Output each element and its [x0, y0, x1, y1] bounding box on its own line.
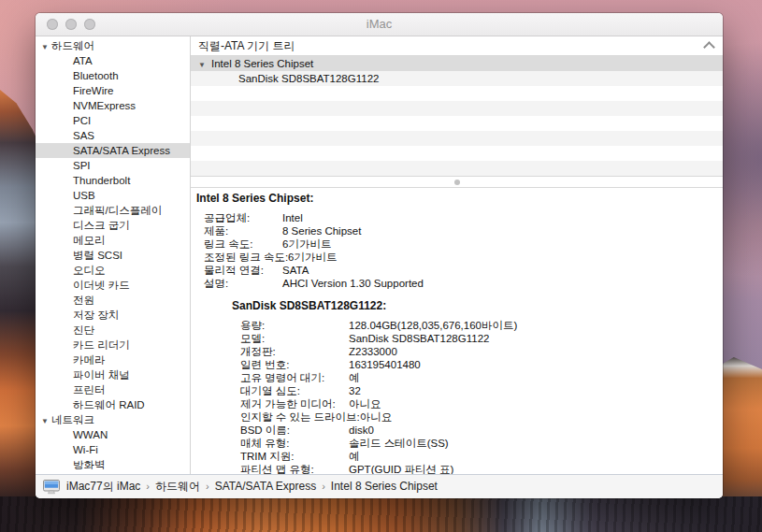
- details-value: Z2333000: [349, 345, 723, 358]
- details-label: 일련 번호:: [240, 358, 349, 371]
- details-value: 아니요: [349, 397, 723, 410]
- sidebar-item[interactable]: 병렬 SCSI: [36, 248, 190, 263]
- sidebar-group-label: 하드웨어: [51, 40, 94, 51]
- sidebar-item[interactable]: 디스크 굽기: [36, 218, 190, 233]
- details-row: 매체 유형:솔리드 스테이트(SS): [191, 437, 723, 450]
- details-label: 대기열 심도:: [240, 384, 349, 397]
- sidebar-item[interactable]: 그래픽/디스플레이: [36, 203, 190, 218]
- sidebar-item[interactable]: Wi-Fi: [36, 442, 190, 457]
- sidebar-group[interactable]: ▼하드웨어: [36, 38, 190, 53]
- breadcrumb: iMac77의 iMac›하드웨어›SATA/SATA Express›Inte…: [65, 479, 439, 495]
- details-label: 모델:: [240, 332, 349, 345]
- breadcrumb-item: 하드웨어: [154, 480, 201, 493]
- breadcrumb-item: Intel 8 Series Chipset: [330, 480, 439, 493]
- sidebar-item[interactable]: SATA/SATA Express: [36, 143, 190, 158]
- details-section-title: SanDisk SD8SBAT128G1122:: [232, 299, 723, 312]
- details-value: 163195401480: [349, 358, 723, 371]
- details-label: BSD 이름:: [240, 424, 349, 437]
- sidebar-item[interactable]: NVMExpress: [36, 98, 190, 113]
- details-section: Intel 8 Series Chipset:공급업체:Intel제품:8 Se…: [191, 192, 723, 290]
- sidebar-item[interactable]: Thunderbolt: [36, 173, 190, 188]
- system-information-window: iMac ▼하드웨어ATABluetoothFireWireNVMExpress…: [36, 13, 723, 498]
- sidebar-item[interactable]: 저장 장치: [36, 308, 190, 323]
- sidebar-item[interactable]: 메모리: [36, 233, 190, 248]
- sidebar-item[interactable]: 이더넷 카드: [36, 278, 190, 293]
- details-row: 공급업체:Intel: [191, 211, 723, 224]
- tree-row[interactable]: SanDisk SD8SBAT128G1122: [191, 71, 723, 86]
- details-value: 예: [349, 371, 723, 384]
- details-row: 대기열 심도:32: [191, 384, 723, 397]
- sidebar-item[interactable]: 카드 리더기: [36, 338, 190, 352]
- sidebar-item[interactable]: 방화벽: [36, 457, 190, 472]
- details-value: Intel: [282, 211, 723, 224]
- breadcrumb-separator-icon: ›: [141, 481, 154, 492]
- sidebar-item[interactable]: Bluetooth: [36, 68, 190, 83]
- sidebar-item[interactable]: FireWire: [36, 83, 190, 98]
- sidebar-item[interactable]: USB: [36, 188, 190, 203]
- details-value: 6기가비트: [288, 251, 723, 264]
- breadcrumb-item: SATA/SATA Express: [214, 480, 317, 493]
- sidebar-item[interactable]: SPI: [36, 158, 190, 173]
- tree-row[interactable]: ▼Intel 8 Series Chipset: [191, 56, 723, 71]
- details-value: 솔리드 스테이트(SS): [349, 437, 723, 450]
- breadcrumb-bar: iMac77의 iMac›하드웨어›SATA/SATA Express›Inte…: [36, 474, 723, 498]
- sidebar-item[interactable]: 프린터: [36, 382, 190, 397]
- sidebar-item[interactable]: 하드웨어 RAID: [36, 397, 190, 412]
- tree-row-empty: [191, 131, 723, 146]
- pane-resize-handle[interactable]: [191, 176, 723, 188]
- tree-row-label: SanDisk SD8SBAT128G1122: [198, 73, 379, 84]
- details-label: 개정판:: [240, 345, 349, 358]
- details-label: 공급업체:: [204, 211, 282, 224]
- details-label: 매체 유형:: [240, 437, 349, 450]
- details-row: 인지할 수 있는 드라이브:아니요: [191, 410, 723, 424]
- details-label: 물리적 연결:: [204, 264, 282, 277]
- details-label: 파티션 맵 유형:: [240, 463, 349, 474]
- details-value: 아니요: [360, 410, 723, 424]
- tree-row-empty: [191, 161, 723, 176]
- details-label: 링크 속도:: [204, 237, 282, 251]
- details-row: 제품:8 Series Chipset: [191, 224, 723, 237]
- sidebar-item[interactable]: PCI: [36, 113, 190, 128]
- sidebar-item[interactable]: 진단: [36, 323, 190, 338]
- details-row: BSD 이름:disk0: [191, 424, 723, 437]
- details-row: 개정판:Z2333000: [191, 345, 723, 358]
- details-value: SanDisk SD8SBAT128G1122: [349, 332, 723, 345]
- details-value: 128.04GB(128,035,676,160바이트): [349, 319, 723, 332]
- sidebar-item[interactable]: 전원: [36, 293, 190, 308]
- sidebar: ▼하드웨어ATABluetoothFireWireNVMExpressPCISA…: [36, 36, 191, 474]
- sidebar-item[interactable]: 파이버 채널: [36, 367, 190, 382]
- tree-row-empty: [191, 86, 723, 101]
- details-row: 일련 번호:163195401480: [191, 358, 723, 371]
- sidebar-item[interactable]: 오디오: [36, 263, 190, 278]
- titlebar[interactable]: iMac: [36, 13, 723, 36]
- details-label: 제품:: [204, 224, 282, 237]
- sidebar-item[interactable]: WWAN: [36, 427, 190, 442]
- disclosure-triangle-icon[interactable]: ▼: [41, 414, 51, 429]
- sidebar-item[interactable]: ATA: [36, 53, 190, 68]
- sidebar-item[interactable]: SAS: [36, 128, 190, 143]
- details-row: 설명:AHCI Version 1.30 Supported: [191, 277, 723, 290]
- details-value: AHCI Version 1.30 Supported: [282, 277, 723, 290]
- details-label: 고유 명령어 대기:: [240, 371, 349, 384]
- details-label: 조정된 링크 속도:: [204, 251, 288, 264]
- details-label: 설명:: [204, 277, 282, 290]
- details-row: 조정된 링크 속도:6기가비트: [191, 251, 723, 264]
- breadcrumb-item: iMac77의 iMac: [65, 480, 141, 493]
- sidebar-item[interactable]: 카메라: [36, 352, 190, 367]
- details-label: 제거 가능한 미디어:: [240, 397, 349, 410]
- breadcrumb-separator-icon: ›: [201, 481, 214, 492]
- tree-row-empty: [191, 101, 723, 116]
- details-row: 용량:128.04GB(128,035,676,160바이트): [191, 319, 723, 332]
- details-label: 용량:: [240, 319, 349, 332]
- collapse-chevron-icon[interactable]: [703, 41, 715, 53]
- details-value: disk0: [349, 424, 723, 437]
- details-pane: Intel 8 Series Chipset:공급업체:Intel제품:8 Se…: [191, 188, 723, 474]
- resize-dot-icon: [454, 180, 460, 185]
- disclosure-triangle-icon[interactable]: ▼: [41, 40, 51, 55]
- sidebar-group[interactable]: ▼네트워크: [36, 412, 190, 427]
- details-row: 모델:SanDisk SD8SBAT128G1122: [191, 332, 723, 345]
- details-value: GPT(GUID 파티션 표): [349, 463, 723, 474]
- details-value: 32: [349, 384, 723, 397]
- details-value: SATA: [282, 264, 723, 277]
- details-value: 8 Series Chipset: [282, 224, 723, 237]
